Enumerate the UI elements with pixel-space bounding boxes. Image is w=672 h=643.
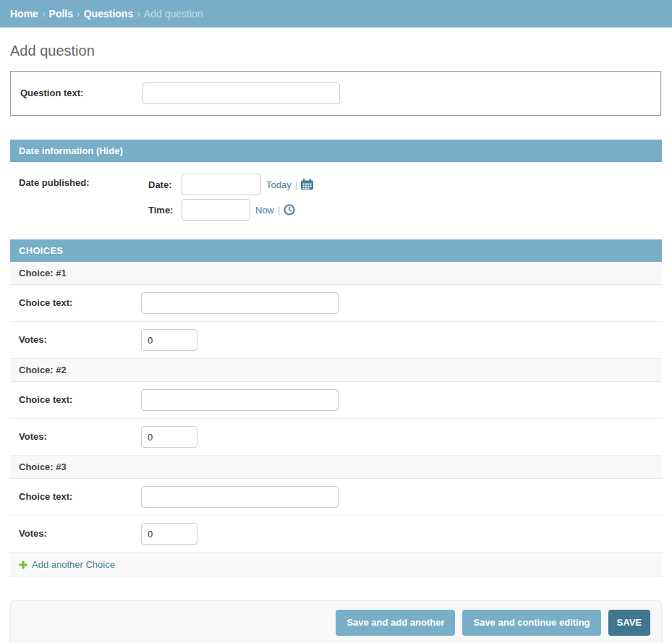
choices-inline-group: CHOICES Choice: #1 Choice text: Votes: C… — [10, 239, 662, 577]
time-label: Time: — [148, 205, 175, 216]
date-shortcuts: Today | — [266, 179, 313, 190]
date-information-title: Date information — [19, 145, 96, 156]
choice-3-votes-input[interactable] — [141, 523, 197, 545]
choice-3-title: Choice: #3 — [10, 456, 662, 479]
votes-row: Votes: — [10, 322, 662, 359]
question-fieldset: Question text: — [10, 71, 662, 116]
question-text-label: Question text: — [20, 82, 143, 99]
submit-row: Save and add another Save and continue e… — [10, 600, 662, 643]
question-text-input[interactable] — [143, 82, 340, 104]
choice-text-row: Choice text: — [10, 479, 662, 516]
today-link[interactable]: Today — [266, 179, 292, 190]
date-information-module: Date information (Hide) Date published: … — [10, 140, 662, 228]
breadcrumb-link-home[interactable]: Home — [10, 8, 38, 20]
calendar-icon[interactable] — [301, 179, 313, 190]
add-question-form: Question text: Date information (Hide) D… — [10, 71, 662, 643]
now-link[interactable]: Now — [255, 205, 274, 216]
page-title: Add question — [10, 42, 662, 59]
collapse-toggle-link[interactable]: (Hide) — [96, 145, 123, 156]
time-input[interactable] — [182, 199, 250, 221]
breadcrumb-link-questions[interactable]: Questions — [84, 8, 133, 20]
votes-label: Votes: — [19, 426, 141, 443]
choice-3-text-input[interactable] — [141, 486, 339, 508]
date-label: Date: — [148, 179, 175, 190]
breadcrumb-separator: › — [137, 8, 140, 20]
choice-block-1: Choice: #1 Choice text: Votes: — [10, 262, 662, 359]
breadcrumb: Home›Polls›Questions›Add question — [0, 0, 672, 27]
breadcrumb-current: Add question — [144, 8, 203, 20]
choice-block-2: Choice: #2 Choice text: Votes: — [10, 359, 662, 456]
time-subrow: Time: Now | — [148, 199, 313, 221]
date-input[interactable] — [182, 174, 261, 195]
date-information-header: Date information (Hide) — [10, 140, 662, 162]
votes-row: Votes: — [10, 419, 662, 456]
choices-header: CHOICES — [10, 239, 662, 262]
breadcrumb-separator: › — [77, 8, 80, 20]
choice-text-label: Choice text: — [19, 292, 141, 309]
time-shortcuts: Now | — [255, 204, 295, 216]
choice-2-text-input[interactable] — [141, 389, 339, 411]
votes-row: Votes: — [10, 516, 662, 553]
question-text-row: Question text: — [12, 72, 660, 115]
choice-text-label: Choice text: — [19, 486, 141, 503]
choice-block-3: Choice: #3 Choice text: Votes: — [10, 456, 662, 553]
choice-1-title: Choice: #1 — [10, 262, 662, 285]
breadcrumb-link-polls[interactable]: Polls — [49, 8, 73, 20]
plus-icon[interactable] — [19, 561, 27, 569]
votes-label: Votes: — [19, 329, 141, 346]
clock-icon[interactable] — [284, 204, 295, 216]
choice-1-text-input[interactable] — [141, 292, 339, 314]
content-area: Add question Question text: Date informa… — [0, 42, 672, 643]
choice-2-votes-input[interactable] — [141, 426, 197, 448]
choice-text-label: Choice text: — [19, 389, 141, 406]
shortcut-divider: | — [295, 179, 297, 190]
date-published-label: Date published: — [19, 174, 141, 189]
date-published-row: Date published: Date: Today | — [10, 162, 662, 228]
datetime-widget: Date: Today | — [148, 174, 313, 221]
date-subrow: Date: Today | — [148, 174, 313, 195]
votes-label: Votes: — [19, 523, 141, 540]
choice-2-title: Choice: #2 — [10, 359, 662, 382]
shortcut-divider: | — [278, 205, 280, 216]
save-button[interactable]: SAVE — [608, 610, 650, 636]
breadcrumb-separator: › — [42, 8, 46, 20]
choice-1-votes-input[interactable] — [141, 329, 197, 351]
choice-text-row: Choice text: — [10, 382, 662, 419]
add-another-choice-row: Add another Choice — [10, 553, 662, 577]
add-another-choice-link[interactable]: Add another Choice — [32, 559, 115, 570]
choice-text-row: Choice text: — [10, 285, 662, 322]
save-and-continue-button[interactable]: Save and continue editing — [462, 610, 600, 636]
save-and-add-another-button[interactable]: Save and add another — [336, 610, 455, 636]
